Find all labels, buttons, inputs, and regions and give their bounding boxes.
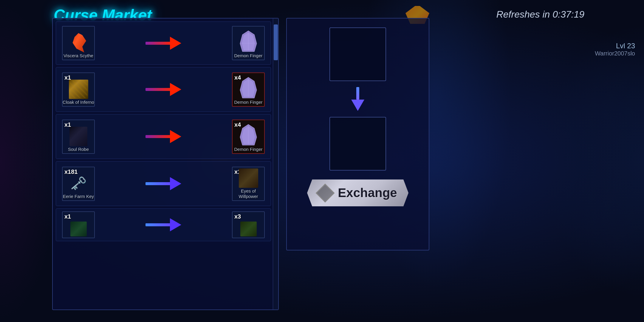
to-item-label: Demon Finger — [234, 147, 262, 152]
from-item-label: Soul Robe — [68, 147, 89, 152]
refresh-timer: Refreshes in 0:37:19 — [496, 9, 584, 20]
demon-finger-icon — [239, 30, 257, 52]
soul-robe-icon — [69, 127, 87, 146]
from-item-label: Cloak of Inferno — [63, 100, 94, 105]
trade-arrow-container — [95, 131, 232, 143]
trade-arrow-container — [95, 37, 232, 49]
last-from-icon — [70, 222, 87, 236]
to-item-label: Demon Finger — [234, 100, 262, 105]
blue-arrow-icon — [145, 178, 181, 190]
from-item-label: Eerie Farm Key — [63, 194, 94, 199]
trade-row[interactable]: Viscera Scythe Demon Finger — [56, 21, 271, 65]
player-info: Lvl 23 Warrior2007slo — [595, 42, 635, 57]
exchange-label: Exchange — [338, 186, 397, 200]
to-item-slot[interactable]: x3 — [232, 211, 265, 238]
blue-arrow-icon — [145, 219, 181, 231]
trade-arrow-container — [95, 219, 232, 231]
last-to-icon — [240, 222, 257, 236]
from-item-slot[interactable]: x1 — [62, 211, 95, 238]
to-item-slot[interactable]: Demon Finger — [232, 26, 265, 60]
demon-finger-icon — [239, 77, 257, 99]
from-item-qty: x1 — [64, 213, 71, 220]
eerie-farm-key-icon: 🗝️ — [70, 174, 87, 193]
viscera-scythe-icon — [69, 33, 88, 52]
down-arrow-icon — [352, 87, 364, 111]
from-item-slot[interactable]: x1 Soul Robe — [62, 120, 95, 154]
from-item-slot[interactable]: x1 Cloak of Inferno — [62, 72, 95, 107]
to-item-slot[interactable]: x4 Demon Finger — [232, 120, 265, 154]
to-item-slot[interactable]: x1 Eyes of Willpower — [232, 167, 265, 201]
cloak-inferno-icon — [69, 80, 88, 99]
from-item-slot[interactable]: x181 🗝️ Eerie Farm Key — [62, 167, 95, 201]
to-item-label: Demon Finger — [234, 53, 262, 58]
trade-row[interactable]: x1 x3 — [56, 208, 271, 241]
exchange-diamond-icon — [316, 183, 335, 202]
trade-panel: Viscera Scythe Demon Finger x1 Cloak o — [52, 18, 279, 310]
trade-row[interactable]: x181 🗝️ Eerie Farm Key x1 Eyes of Willpo… — [56, 161, 271, 206]
bg-left-glow — [0, 0, 60, 322]
red-arrow-icon — [145, 37, 181, 49]
player-level: Lvl 23 — [595, 42, 635, 50]
to-item-label: Eyes of Willpower — [233, 188, 264, 199]
trade-list: Viscera Scythe Demon Finger x1 Cloak o — [53, 18, 278, 244]
player-name: Warrior2007slo — [595, 50, 635, 57]
right-panel: Exchange — [286, 18, 429, 250]
demon-finger-icon — [239, 124, 257, 146]
trade-row[interactable]: x1 Soul Robe x4 Demon Finger — [56, 114, 271, 159]
result-item-display[interactable] — [329, 117, 386, 171]
red-arrow-icon — [145, 83, 181, 95]
trade-arrow-container — [95, 83, 232, 95]
trade-arrow-container — [95, 178, 232, 190]
trade-row[interactable]: x1 Cloak of Inferno x4 Demon Finger — [56, 67, 271, 112]
scrollbar[interactable] — [273, 18, 278, 309]
to-item-qty: x3 — [234, 213, 241, 220]
red-arrow-icon — [145, 131, 181, 143]
input-item-display[interactable] — [329, 27, 386, 81]
eyes-willpower-icon — [239, 168, 258, 188]
scrollbar-thumb[interactable] — [274, 24, 278, 60]
exchange-button[interactable]: Exchange — [307, 179, 408, 206]
from-item-label: Viscera Scythe — [64, 53, 93, 58]
to-item-slot[interactable]: x4 Demon Finger — [232, 72, 265, 107]
from-item-slot[interactable]: Viscera Scythe — [62, 26, 95, 60]
